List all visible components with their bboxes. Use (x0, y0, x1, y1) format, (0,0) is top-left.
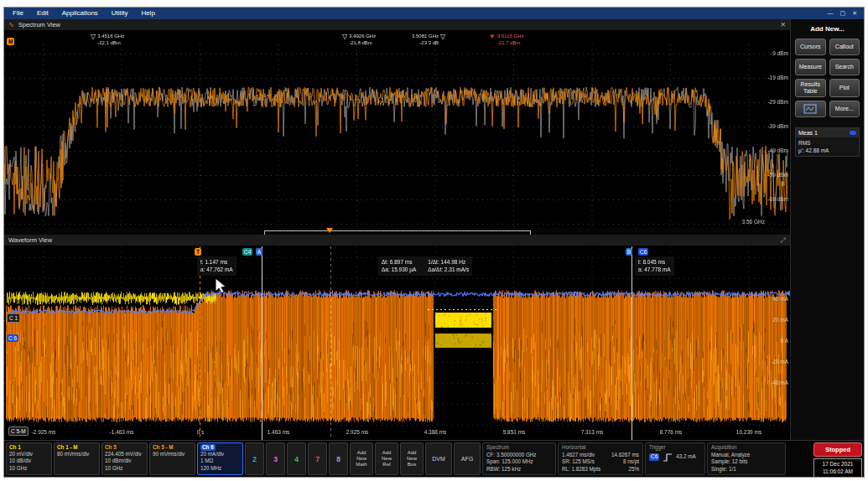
spectrum-plot[interactable] (4, 31, 788, 228)
cursor-b-source-badge[interactable]: C6 (638, 248, 648, 256)
spectrum-close-icon[interactable]: ✕ (780, 21, 786, 28)
waveform-view-title: Waveform View (8, 236, 52, 244)
meas-1-result-panel[interactable]: Meas 1 RMS µ': 42.88 mA (795, 127, 860, 157)
marker-label: 3.5081 GHz -23.3 dB (412, 34, 439, 46)
channel-2-button[interactable]: 2 (245, 442, 264, 475)
marker-triangle-icon: ▽ (440, 34, 445, 40)
menu-help[interactable]: Help (134, 8, 161, 19)
spectrum-time-bar (4, 228, 790, 235)
spectrum-marker-2[interactable]: ▽ 3.4926 GHz -21.8 dBm (342, 34, 376, 46)
add-new-header: Add New... (795, 25, 860, 33)
callout-button[interactable]: Callout (829, 39, 860, 55)
spectrum-trace-badge[interactable]: M (7, 38, 14, 45)
cursors-button[interactable]: Cursors (795, 39, 826, 55)
close-icon[interactable]: ✕ (852, 10, 857, 17)
waveform-view-panel: Waveform View ⤢ T C4 A B C6 t: 1.147 ms … (4, 235, 790, 440)
time-axis-label: 5.851 ms (493, 429, 535, 436)
spectrum-settings-box[interactable]: Spectrum CF: 3.50000000 GHz Span: 125.00… (482, 442, 556, 475)
spectrum-time-marker-icon[interactable] (326, 228, 333, 233)
channel-8-button[interactable]: 8 (329, 442, 348, 475)
menu-file[interactable]: File (6, 8, 30, 19)
add-new-sidebar: Add New... Cursors Callout Measure Searc… (790, 19, 864, 440)
channel-5-badge[interactable]: Ch 5 224.405 mV/div 10 dBm/div 10 GHz (101, 442, 148, 475)
spectrum-scale-label: -29 dBm (767, 99, 788, 106)
cursor-a-handle[interactable]: A (256, 248, 262, 256)
spectrum-scale-label: -9 dBm (771, 50, 788, 57)
channel-3-button[interactable]: 3 (266, 442, 285, 475)
spectrum-scale-label: -59 dBm (767, 172, 788, 178)
settings-bar: Ch 1 20 mV/div 10 dB/div 10 GHz Ch 1 - M… (4, 440, 864, 477)
channel-6-badge[interactable]: Ch 6 20 mA/div 1 MΩ 120 MHz (197, 442, 243, 475)
marker-label: 3.4516 GHz -22.1 dBm (97, 34, 124, 46)
add-new-math-button[interactable]: AddNewMath (350, 442, 373, 475)
waveform-plot-area: T C4 A B C6 t: 1.147 ms a: 47.762 mA Δt:… (4, 246, 790, 440)
spectrum-reference-marker[interactable]: ▼ 3.5115 GHz -21.7 dBm (489, 34, 524, 46)
cursor-b-readout: t: 8.045 ms a: 47.778 mA (635, 256, 674, 276)
add-new-bus-button[interactable]: AddNewBus (400, 442, 424, 475)
date-time-display: 17 Dec 2021 11:06:02 AM (813, 458, 862, 478)
spectrum-view-title: Spectrum View (18, 21, 60, 28)
spectrum-scale-label: -49 dBm (767, 147, 788, 154)
plot-button[interactable]: Plot (829, 79, 860, 97)
search-button[interactable]: Search (829, 59, 860, 75)
oscilloscope-window: File Edit Applications Utility Help — ▢ … (3, 7, 865, 478)
spectrum-view-header: ∿ Spectrum View ✕ (4, 19, 790, 31)
meas-1-title: Meas 1 (798, 130, 818, 136)
afg-button[interactable]: AFG (454, 442, 481, 475)
rising-edge-icon (663, 453, 673, 462)
time-axis-label: 2.925 ms (336, 429, 378, 436)
marker-triangle-icon: ▼ (489, 34, 496, 40)
meas-type: RMS (798, 139, 856, 147)
menu-applications[interactable]: Applications (55, 8, 105, 19)
spectrum-marker-3[interactable]: 3.5081 GHz -23.3 dB ▽ (412, 34, 445, 46)
time-axis-label: 10.239 ms (728, 429, 770, 436)
channel-1-badge[interactable]: Ch 1 20 mV/div 10 dB/div 10 GHz (6, 442, 52, 475)
vertical-scale-label: 40 mA (772, 296, 788, 303)
channel-6-plot-badge[interactable]: C 6 (7, 334, 18, 342)
menu-edit[interactable]: Edit (30, 8, 55, 19)
cursor-b-handle[interactable]: B (626, 248, 632, 256)
vertical-scale-label: -40 mA (771, 380, 788, 386)
trigger-settings-box[interactable]: Trigger C6 43.2 mA (645, 442, 705, 475)
dvm-button[interactable]: DVM (425, 442, 452, 475)
minimize-icon[interactable]: — (828, 10, 834, 17)
marker-label: 3.4926 GHz -21.8 dBm (349, 34, 376, 46)
time-axis-label: 4.388 ms (414, 429, 456, 436)
window-controls: — ▢ ✕ (828, 10, 863, 17)
spectrum-plot-area: M ▽ 3.4516 GHz -22.1 dBm ▽ 3.4926 GHz -2… (4, 31, 790, 228)
measure-button[interactable]: Measure (795, 59, 826, 75)
cursor-a-source-badge[interactable]: C4 (242, 248, 252, 256)
spectrum-view-panel: ∿ Spectrum View ✕ M ▽ 3.4516 GHz -22.1 d… (4, 19, 790, 228)
more-button[interactable]: More... (829, 101, 860, 117)
marker-triangle-icon: ▽ (342, 34, 347, 40)
trigger-source-badge: C6 (649, 453, 659, 461)
expand-icon[interactable]: ⤢ (781, 236, 786, 245)
meas-source-color-dot (850, 131, 856, 135)
menu-bar: File Edit Applications Utility Help — ▢ … (4, 8, 864, 19)
spectrum-freq-end-label: 3.56 GHz (742, 219, 765, 225)
spectrum-scale-label: -19 dBm (767, 75, 788, 81)
channel-7-button[interactable]: 7 (308, 442, 327, 475)
channel-1-math-badge[interactable]: Ch 1 - M 80 mVrms/div (54, 442, 100, 475)
time-axis-label: -2.925 ms (23, 429, 65, 436)
channel-5-math-badge[interactable]: Ch 5 - M 90 mVrms/div (149, 442, 195, 475)
time-axis-label: 8.776 ms (650, 429, 692, 436)
channel-4-button[interactable]: 4 (287, 442, 306, 475)
time-axis-label: 0 s (179, 429, 221, 436)
marker-label: 3.5115 GHz -21.7 dBm (497, 34, 524, 46)
results-table-button[interactable]: Results Table (795, 79, 826, 97)
acquisition-settings-box[interactable]: Acquisition Manual, Analyze Sample: 12 b… (707, 442, 786, 475)
eye-diagram-button[interactable] (795, 101, 826, 117)
add-new-ref-button[interactable]: AddNewRef (375, 442, 398, 475)
channel-1-plot-badge[interactable]: C 1 (7, 313, 20, 323)
spectrum-time-span[interactable] (264, 230, 531, 231)
vertical-scale-label: 0 A (781, 338, 788, 344)
meas-1-body: RMS µ': 42.88 mA (796, 137, 859, 156)
maximize-icon[interactable]: ▢ (840, 10, 846, 17)
trigger-position-badge[interactable]: T (195, 248, 201, 256)
menu-utility[interactable]: Utility (105, 8, 135, 19)
spectrum-marker-1[interactable]: ▽ 3.4516 GHz -22.1 dBm (91, 34, 124, 46)
run-stop-status-button[interactable]: Stopped (813, 442, 862, 457)
cursor-a-readout: t: 1.147 ms a: 47.762 mA (197, 256, 236, 276)
horizontal-settings-box[interactable]: Horizontal 1.4627 ms/div14.6267 ms SR: 1… (558, 442, 643, 475)
